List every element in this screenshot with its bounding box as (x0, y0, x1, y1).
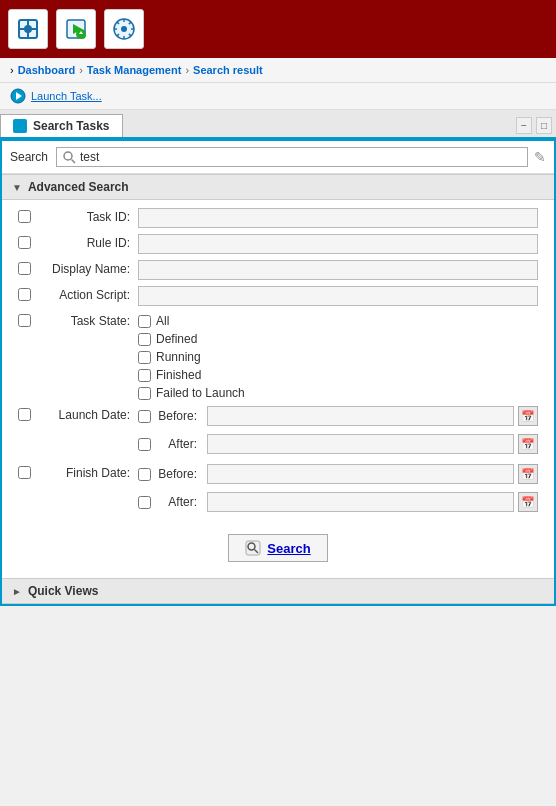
finish-date-row: Finish Date: Before: 📅 After: 📅 (18, 464, 538, 516)
launch-task-bar[interactable]: Launch Task... (0, 83, 556, 110)
svg-point-3 (25, 26, 31, 32)
task-id-label: Task ID: (38, 208, 138, 224)
advanced-search-arrow: ▼ (12, 182, 22, 193)
home-button[interactable] (8, 9, 48, 49)
finish-date-label: Finish Date: (38, 464, 138, 480)
state-defined-label: Defined (156, 332, 197, 346)
quick-views-arrow: ► (12, 586, 22, 597)
search-icon (63, 151, 76, 164)
search-bar: Search ✎ (2, 141, 554, 174)
state-running-label: Running (156, 350, 201, 364)
task-id-checkbox[interactable] (18, 210, 31, 223)
task-state-checkbox[interactable] (18, 314, 31, 327)
search-input[interactable] (80, 150, 521, 164)
launch-date-label: Launch Date: (38, 406, 138, 422)
tab-icon (13, 119, 27, 133)
breadcrumb-sep-start: › (10, 64, 14, 76)
quick-views-header[interactable]: ► Quick Views (2, 578, 554, 604)
state-all-checkbox[interactable] (138, 315, 151, 328)
state-options: All Defined Running Finished Failed to L… (138, 312, 245, 400)
finish-before-checkbox[interactable] (138, 468, 151, 481)
launch-before-calendar[interactable]: 📅 (518, 406, 538, 426)
tab-maximize-button[interactable]: □ (536, 117, 552, 134)
state-finished-checkbox[interactable] (138, 369, 151, 382)
search-button[interactable]: Search (228, 534, 327, 562)
action-script-row: Action Script: (18, 286, 538, 306)
launch-after-input[interactable] (207, 434, 514, 454)
advanced-search-header[interactable]: ▼ Advanced Search (2, 174, 554, 200)
state-failed-checkbox[interactable] (138, 387, 151, 400)
launch-date-checkbox[interactable] (18, 408, 31, 421)
finish-before-row: Before: 📅 (138, 464, 538, 484)
state-running-option: Running (138, 350, 245, 364)
launch-after-checkbox[interactable] (138, 438, 151, 451)
finish-before-input[interactable] (207, 464, 514, 484)
run-button[interactable] (56, 9, 96, 49)
breadcrumb-task-management[interactable]: Task Management (87, 64, 182, 76)
advanced-search-title: Advanced Search (28, 180, 129, 194)
finish-after-input[interactable] (207, 492, 514, 512)
search-button-label: Search (267, 541, 310, 556)
finish-after-calendar[interactable]: 📅 (518, 492, 538, 512)
task-state-row: Task State: All Defined Running Finished (18, 312, 538, 400)
search-button-row: Search (18, 522, 538, 570)
quick-views-title: Quick Views (28, 584, 98, 598)
tab-search-tasks[interactable]: Search Tasks (0, 114, 123, 137)
breadcrumb-dashboard[interactable]: Dashboard (18, 64, 75, 76)
state-finished-option: Finished (138, 368, 245, 382)
tab-bar: Search Tasks − □ (0, 110, 556, 139)
finish-after-label: After: (157, 495, 203, 509)
svg-line-13 (72, 159, 76, 163)
state-running-checkbox[interactable] (138, 351, 151, 364)
edit-icon[interactable]: ✎ (534, 149, 546, 165)
task-id-row: Task ID: (18, 208, 538, 228)
finish-date-checkbox[interactable] (18, 466, 31, 479)
finish-before-calendar[interactable]: 📅 (518, 464, 538, 484)
tab-minimize-button[interactable]: − (516, 117, 532, 134)
action-script-input[interactable] (138, 286, 538, 306)
state-finished-label: Finished (156, 368, 201, 382)
launch-after-row: After: 📅 (138, 434, 538, 454)
search-input-wrap (56, 147, 528, 167)
search-label: Search (10, 150, 50, 164)
launch-before-label: Before: (157, 409, 203, 423)
launch-task-label[interactable]: Launch Task... (31, 90, 102, 102)
state-failed-option: Failed to Launch (138, 386, 245, 400)
svg-point-9 (121, 26, 127, 32)
action-script-checkbox[interactable] (18, 288, 31, 301)
settings-button[interactable] (104, 9, 144, 49)
launch-after-calendar[interactable]: 📅 (518, 434, 538, 454)
state-defined-option: Defined (138, 332, 245, 346)
breadcrumb: › Dashboard › Task Management › Search r… (0, 58, 556, 83)
launch-before-row: Before: 📅 (138, 406, 538, 426)
rule-id-input[interactable] (138, 234, 538, 254)
state-all-label: All (156, 314, 169, 328)
main-panel: Search ✎ ▼ Advanced Search Task ID: (0, 139, 556, 606)
toolbar (0, 0, 556, 58)
action-script-label: Action Script: (38, 286, 138, 302)
state-defined-checkbox[interactable] (138, 333, 151, 346)
finish-before-label: Before: (157, 467, 203, 481)
rule-id-checkbox[interactable] (18, 236, 31, 249)
breadcrumb-search-result: Search result (193, 64, 263, 76)
launch-date-row: Launch Date: Before: 📅 After: 📅 (18, 406, 538, 458)
finish-after-row: After: 📅 (138, 492, 538, 512)
launch-before-checkbox[interactable] (138, 410, 151, 423)
state-all-option: All (138, 314, 245, 328)
state-failed-label: Failed to Launch (156, 386, 245, 400)
launch-before-input[interactable] (207, 406, 514, 426)
tab-controls: − □ (516, 114, 556, 137)
display-name-input[interactable] (138, 260, 538, 280)
advanced-search-form: Task ID: Rule ID: Display Name: Action S… (2, 200, 554, 578)
rule-id-row: Rule ID: (18, 234, 538, 254)
display-name-row: Display Name: (18, 260, 538, 280)
finish-after-checkbox[interactable] (138, 496, 151, 509)
display-name-checkbox[interactable] (18, 262, 31, 275)
rule-id-label: Rule ID: (38, 234, 138, 250)
search-btn-icon (245, 540, 261, 556)
tab-label: Search Tasks (33, 119, 110, 133)
breadcrumb-sep-2: › (185, 64, 189, 76)
task-id-input[interactable] (138, 208, 538, 228)
task-state-label: Task State: (38, 312, 138, 328)
launch-after-label: After: (157, 437, 203, 451)
